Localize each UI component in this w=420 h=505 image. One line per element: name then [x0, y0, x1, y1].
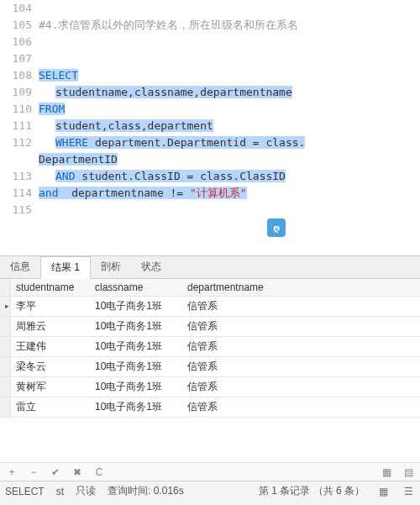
tab-3[interactable]: 状态	[131, 256, 171, 278]
table-cell[interactable]: 王建伟	[11, 337, 90, 356]
table-cell[interactable]: 信管系	[182, 337, 420, 356]
table-cell[interactable]: 10电子商务1班	[90, 337, 182, 356]
status-bar: SELECT st 只读 查询时间: 0.016s 第 1 条记录 （共 6 条…	[0, 481, 420, 501]
tab-1[interactable]: 结果 1	[40, 256, 91, 279]
code-content[interactable]: and departmentname != "计算机系"	[39, 185, 420, 202]
code-content[interactable]: WHERE department.Departmentid = class.De…	[39, 134, 420, 168]
line-number: 115	[0, 202, 39, 218]
status-stmt: SELECT	[5, 486, 45, 497]
table-cell[interactable]: 雷立	[11, 397, 90, 417]
code-content[interactable]: #4.求信管系以外的同学姓名，所在班级名和所在系名	[39, 17, 420, 34]
table-cell[interactable]: 信管系	[182, 377, 420, 397]
grid-header: studentnameclassnamedepartmentname	[0, 279, 420, 297]
table-cell[interactable]: 信管系	[182, 397, 420, 417]
code-line[interactable]: 112WHERE department.Departmentid = class…	[0, 134, 420, 168]
table-cell[interactable]: 10电子商务1班	[90, 297, 182, 316]
column-header[interactable]: classname	[90, 279, 182, 296]
line-number: 113	[0, 168, 39, 185]
add-row-icon[interactable]: +	[5, 466, 18, 479]
line-number: 104	[0, 0, 39, 17]
line-number: 112	[0, 134, 39, 168]
line-number: 108	[0, 67, 39, 84]
status-query-time: 查询时间: 0.016s	[108, 484, 184, 498]
code-content[interactable]	[39, 34, 420, 50]
code-content[interactable]: student,class,department	[39, 118, 420, 134]
form-view-icon[interactable]: ▤	[402, 466, 415, 479]
code-line[interactable]: 105#4.求信管系以外的同学姓名，所在班级名和所在系名	[0, 17, 420, 34]
status-mode: 只读	[76, 484, 96, 498]
table-cell[interactable]: 10电子商务1班	[90, 357, 182, 376]
code-line[interactable]: 107	[0, 50, 420, 67]
refresh-icon[interactable]: C	[92, 466, 106, 479]
tab-0[interactable]: 信息	[0, 256, 40, 278]
code-line[interactable]: 111student,class,department	[0, 118, 420, 134]
sql-editor[interactable]: 104105#4.求信管系以外的同学姓名，所在班级名和所在系名106107108…	[0, 0, 420, 256]
line-number: 106	[0, 34, 39, 50]
code-content[interactable]	[39, 0, 420, 17]
grid-toolbar: + − ✔ ✖ C ▦ ▤	[0, 462, 420, 481]
code-line[interactable]: 115	[0, 202, 420, 218]
delete-row-icon[interactable]: −	[27, 466, 40, 479]
table-cell[interactable]: 信管系	[182, 357, 420, 376]
code-line[interactable]: 109studentname,classname,departmentname	[0, 84, 420, 101]
table-cell[interactable]: 黄树军	[11, 377, 90, 397]
table-cell[interactable]: 梁冬云	[11, 357, 90, 376]
table-cell[interactable]: 10电子商务1班	[90, 317, 182, 336]
table-row[interactable]: 黄树军10电子商务1班信管系	[0, 377, 420, 397]
table-cell[interactable]: 10电子商务1班	[90, 377, 182, 397]
apply-icon[interactable]: ✔	[49, 466, 62, 479]
code-content[interactable]	[39, 202, 420, 218]
code-content[interactable]: SELECT	[39, 67, 420, 84]
code-line[interactable]: 108SELECT	[0, 67, 420, 84]
table-row[interactable]: 周雅云10电子商务1班信管系	[0, 317, 420, 337]
code-line[interactable]: 104	[0, 0, 420, 17]
grid-mode-icon[interactable]: ▦	[376, 485, 390, 498]
line-number: 110	[0, 101, 39, 118]
column-header[interactable]: departmentname	[182, 279, 420, 296]
tab-2[interactable]: 剖析	[91, 256, 131, 278]
code-line[interactable]: 110FROM	[0, 101, 420, 118]
code-line[interactable]: 113AND student.ClassID = class.ClassID	[0, 168, 420, 185]
line-number: 111	[0, 118, 39, 134]
ime-indicator-icon: ღ	[267, 218, 286, 237]
code-content[interactable]: FROM	[39, 101, 420, 118]
status-record: 第 1 条记录 （共 6 条）	[259, 484, 365, 498]
column-header[interactable]: studentname	[11, 279, 90, 296]
status-st: st	[56, 486, 64, 497]
line-number: 107	[0, 50, 39, 67]
table-row[interactable]: 梁冬云10电子商务1班信管系	[0, 357, 420, 377]
line-number: 109	[0, 84, 39, 101]
cancel-icon[interactable]: ✖	[71, 466, 84, 479]
code-content[interactable]: AND student.ClassID = class.ClassID	[39, 168, 420, 185]
result-tabs: 信息结果 1剖析状态	[0, 256, 420, 279]
code-line[interactable]: 114and departmentname != "计算机系"	[0, 185, 420, 202]
code-content[interactable]	[39, 50, 420, 67]
result-grid[interactable]: studentnameclassnamedepartmentname李平10电子…	[0, 279, 420, 462]
code-content[interactable]: studentname,classname,departmentname	[39, 84, 420, 101]
table-row[interactable]: 王建伟10电子商务1班信管系	[0, 337, 420, 357]
table-cell[interactable]: 10电子商务1班	[90, 397, 182, 417]
table-cell[interactable]: 信管系	[182, 297, 420, 316]
list-mode-icon[interactable]: ☰	[402, 485, 415, 498]
table-cell[interactable]: 信管系	[182, 317, 420, 336]
grid-view-icon[interactable]: ▦	[380, 466, 393, 479]
table-cell[interactable]: 周雅云	[11, 317, 90, 336]
code-line[interactable]: 106	[0, 34, 420, 50]
table-cell[interactable]: 李平	[11, 297, 90, 316]
line-number: 114	[0, 185, 39, 202]
line-number: 105	[0, 17, 39, 34]
table-row[interactable]: 雷立10电子商务1班信管系	[0, 397, 420, 418]
table-row[interactable]: 李平10电子商务1班信管系	[0, 297, 420, 317]
